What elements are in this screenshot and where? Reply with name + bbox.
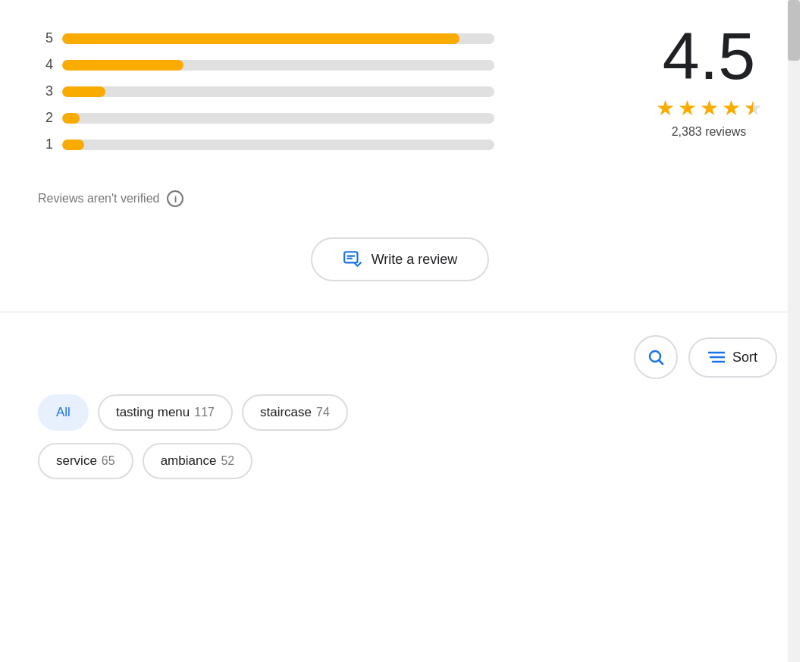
chip-tasting-menu-count: 117 — [194, 406, 215, 419]
filter-chips-row-2: service 65 ambiance 52 — [0, 431, 800, 479]
star-4-icon: ★ — [722, 96, 741, 121]
bar-fill-2 — [62, 113, 80, 124]
chip-tasting-menu-label: tasting menu — [116, 405, 190, 420]
chip-all[interactable]: All — [38, 394, 89, 431]
scrollbar[interactable] — [788, 0, 800, 662]
star-1-icon: ★ — [656, 96, 675, 121]
main-container: 54321 4.5 ★ ★ ★ ★ ★ 2,383 reviews Review… — [0, 0, 800, 662]
bar-row-1: 1 — [38, 136, 618, 152]
score-section: 4.5 ★ ★ ★ ★ ★ 2,383 reviews — [641, 23, 777, 139]
sort-label: Sort — [732, 350, 757, 366]
filter-chips-row-1: All tasting menu 117 staircase 74 — [0, 394, 800, 431]
verified-section: Reviews aren't verified i — [0, 175, 800, 230]
write-review-section: Write a review — [0, 230, 800, 312]
star-5-half-icon: ★ — [744, 96, 763, 121]
star-2-icon: ★ — [678, 96, 697, 121]
chip-ambiance-label: ambiance — [161, 453, 217, 469]
bar-label-5: 5 — [38, 30, 53, 46]
chip-staircase-count: 74 — [316, 406, 330, 419]
scrollbar-thumb[interactable] — [788, 0, 800, 61]
info-icon[interactable]: i — [167, 190, 183, 207]
write-review-button[interactable]: Write a review — [311, 237, 490, 281]
bar-label-3: 3 — [38, 83, 53, 99]
bar-track-4 — [62, 60, 494, 71]
bar-fill-3 — [62, 86, 105, 97]
bar-track-1 — [62, 140, 494, 150]
chip-ambiance[interactable]: ambiance 52 — [143, 443, 253, 479]
bar-row-3: 3 — [38, 83, 618, 99]
chip-tasting-menu[interactable]: tasting menu 117 — [98, 394, 233, 431]
chip-all-label: All — [56, 405, 71, 420]
chip-service-label: service — [56, 453, 97, 469]
bar-label-2: 2 — [38, 110, 53, 126]
svg-rect-0 — [344, 252, 357, 262]
sort-button[interactable]: Sort — [688, 337, 777, 378]
bar-fill-1 — [62, 140, 84, 150]
search-sort-section: Sort — [0, 312, 800, 394]
chip-ambiance-count: 52 — [221, 454, 234, 468]
search-icon — [647, 348, 665, 366]
chip-service-count: 65 — [102, 454, 115, 468]
chip-service[interactable]: service 65 — [38, 443, 133, 479]
verified-text: Reviews aren't verified — [38, 192, 159, 206]
star-3-icon: ★ — [700, 96, 719, 121]
rating-section: 54321 4.5 ★ ★ ★ ★ ★ 2,383 reviews — [0, 0, 800, 175]
write-review-label: Write a review — [372, 252, 458, 268]
chip-staircase[interactable]: staircase 74 — [242, 394, 348, 431]
bar-fill-4 — [62, 60, 183, 71]
search-button[interactable] — [634, 335, 678, 379]
sort-icon — [708, 350, 725, 364]
bar-track-5 — [62, 33, 494, 44]
stars-row: ★ ★ ★ ★ ★ — [656, 96, 763, 121]
bar-track-2 — [62, 113, 494, 124]
bar-row-2: 2 — [38, 110, 618, 126]
rating-score: 4.5 — [663, 23, 755, 89]
bar-row-5: 5 — [38, 30, 618, 46]
chip-staircase-label: staircase — [260, 405, 312, 420]
bar-label-4: 4 — [38, 57, 53, 73]
bar-row-4: 4 — [38, 57, 618, 73]
bar-fill-5 — [62, 33, 459, 44]
bar-label-1: 1 — [38, 136, 53, 152]
write-review-icon — [343, 249, 362, 269]
bars-container: 54321 — [38, 23, 618, 152]
reviews-count: 2,383 reviews — [672, 125, 747, 139]
bar-track-3 — [62, 86, 494, 97]
